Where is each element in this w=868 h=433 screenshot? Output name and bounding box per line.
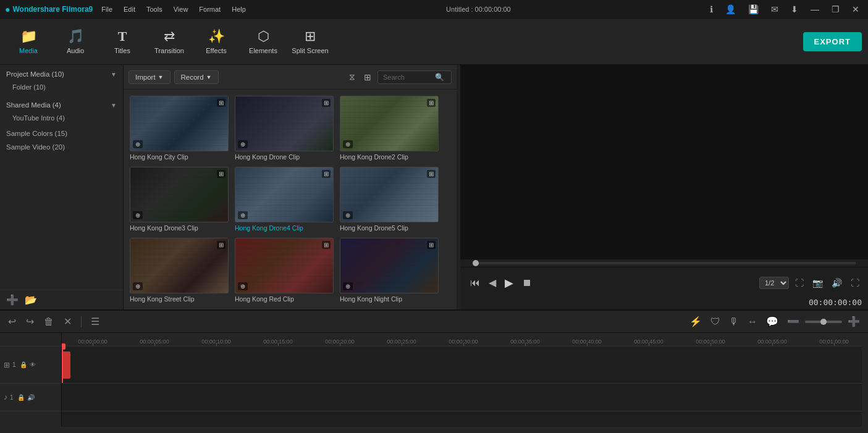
sidebar-group-project-media[interactable]: Project Media (10) ▼ [0, 67, 123, 81]
preview-scrubber[interactable] [473, 262, 856, 264]
media-thumb-hk-city[interactable]: ⊞⊕Hong Kong City Clip [130, 96, 229, 161]
menu-edit[interactable]: Edit [119, 4, 140, 14]
export-button[interactable]: EXPORT [803, 32, 862, 51]
menu-view[interactable]: View [169, 4, 193, 14]
add-media-btn[interactable]: ➕ [6, 294, 19, 306]
search-input[interactable] [383, 74, 432, 81]
timeline-tracks[interactable]: 00:00:00:0000:00:05:0000:00:10:0000:00:1… [62, 333, 862, 427]
save-icon[interactable]: 💾 [744, 3, 762, 15]
import-btn[interactable]: Import ▼ [129, 70, 171, 84]
timeline-bottom-scrollbar[interactable] [0, 427, 868, 433]
open-folder-btn[interactable]: 📂 [25, 294, 37, 306]
record-btn[interactable]: Record ▼ [174, 70, 219, 84]
sidebar-item-sample-video[interactable]: Sample Video (20) [0, 140, 123, 154]
timecode-display: 00:00:00:00 [809, 298, 862, 307]
zoom-out-btn[interactable]: ➖ [784, 314, 803, 329]
info-icon[interactable]: ℹ [706, 3, 717, 15]
sidebar-group-shared-media[interactable]: Shared Media (4) ▼ [0, 98, 123, 112]
volume-icon[interactable]: 🔊 [829, 277, 845, 289]
sidebar-item-youtube-intro[interactable]: YouTube Intro (4) [0, 112, 123, 124]
menu-file[interactable]: File [96, 4, 117, 14]
snapshot-icon[interactable]: 📷 [810, 277, 825, 289]
cut-btn[interactable]: ✕ [61, 314, 75, 329]
voiceover-btn[interactable]: 🎙 [726, 315, 742, 329]
audio-track-row[interactable] [62, 384, 862, 411]
clip-block[interactable] [62, 351, 70, 379]
thumb-grid-overlay-hk-street: ⊞ [217, 241, 225, 249]
media-thumb-hk-drone2[interactable]: ⊞⊕Hong Kong Drone2 Clip [340, 96, 439, 161]
fullscreen-preview-icon[interactable]: ⛶ [793, 277, 806, 289]
adjust-btn[interactable]: ☰ [88, 314, 103, 329]
menu-format[interactable]: Format [194, 4, 225, 14]
sidebar-item-sample-colors[interactable]: Sample Colors (15) [0, 127, 123, 140]
audio-mute-icon[interactable]: 🔊 [27, 394, 35, 401]
thumb-add-icon-hk-street[interactable]: ⊕ [133, 282, 143, 290]
minimize-btn[interactable]: — [807, 3, 823, 15]
thumb-label-hk-night: Hong Kong Night Clip [340, 295, 439, 303]
tool-titles[interactable]: T Titles [100, 22, 145, 61]
media-thumb-hk-street[interactable]: ⊞⊕Hong Kong Street Clip [130, 238, 229, 303]
timeline-ruler[interactable]: 00:00:00:0000:00:05:0000:00:10:0000:00:1… [62, 333, 862, 347]
video-track-row[interactable] [62, 347, 862, 384]
menu-tools[interactable]: Tools [141, 4, 167, 14]
media-thumb-hk-drone5[interactable]: ⊞⊕Hong Kong Drone5 Clip [340, 167, 439, 232]
color-btn[interactable]: 🛡 [707, 315, 723, 329]
thumb-add-icon-hk-drone4[interactable]: ⊕ [238, 211, 248, 219]
playhead[interactable] [62, 347, 63, 383]
split-btn[interactable]: ↔ [744, 315, 761, 329]
scrubber-thumb[interactable] [473, 260, 479, 266]
thumb-label-hk-city: Hong Kong City Clip [130, 153, 229, 161]
ruler-mark-3: 00:00:15:00 [247, 338, 309, 346]
filter-icon[interactable]: ⧖ [347, 70, 358, 83]
thumb-add-icon-hk-drone5[interactable]: ⊕ [343, 211, 353, 219]
thumb-grid-overlay-hk-red: ⊞ [322, 241, 331, 249]
tool-audio[interactable]: 🎵 Audio [53, 22, 98, 61]
tool-effects[interactable]: ✨ Effects [194, 22, 238, 61]
undo-btn[interactable]: ↩ [5, 314, 19, 329]
text-btn[interactable]: 💬 [763, 314, 782, 329]
user-icon[interactable]: 👤 [722, 3, 739, 15]
thumb-add-icon-hk-city[interactable]: ⊕ [133, 140, 143, 148]
tool-transition[interactable]: ⇄ Transition [147, 22, 192, 61]
media-thumb-hk-red[interactable]: ⊞⊕Hong Kong Red Clip [235, 238, 334, 303]
step-back-btn[interactable]: ◀ [485, 275, 500, 290]
delete-btn[interactable]: 🗑 [41, 315, 57, 329]
zoom-in-btn[interactable]: ➕ [845, 314, 863, 329]
download-icon[interactable]: ⬇ [787, 3, 802, 15]
media-thumb-hk-drone[interactable]: ⊞⊕Hong Kong Drone Clip [235, 96, 334, 161]
zoom-slider-thumb[interactable] [820, 319, 827, 325]
timeline-right-scrollbar[interactable] [862, 333, 868, 427]
tool-media[interactable]: 📁 Media [6, 22, 51, 61]
eye-icon[interactable]: 👁 [30, 361, 36, 368]
mail-icon[interactable]: ✉ [767, 3, 782, 15]
zoom-select[interactable]: 1/2 1/4 1/8 Full [759, 277, 789, 289]
thumb-add-icon-hk-drone[interactable]: ⊕ [238, 140, 248, 148]
zoom-slider[interactable] [805, 321, 842, 323]
ruler-mark-5: 00:00:25:00 [371, 338, 432, 346]
thumb-add-icon-hk-red[interactable]: ⊕ [238, 282, 248, 290]
restore-btn[interactable]: ❐ [828, 3, 843, 15]
tool-splitscreen[interactable]: ⊞ Split Screen [288, 22, 332, 61]
thumb-img-hk-drone: ⊞⊕ [235, 96, 334, 151]
lock-icon[interactable]: 🔒 [20, 361, 27, 368]
menu-help[interactable]: Help [227, 4, 251, 14]
thumb-add-icon-hk-night[interactable]: ⊕ [343, 282, 353, 290]
media-thumb-hk-drone4[interactable]: ⊞⊕Hong Kong Drone4 Clip [235, 167, 334, 232]
audio-lock-icon[interactable]: 🔒 [17, 394, 25, 401]
redo-btn[interactable]: ↪ [23, 314, 37, 329]
media-thumb-hk-night[interactable]: ⊞⊕Hong Kong Night Clip [340, 238, 439, 303]
close-btn[interactable]: ✕ [848, 3, 863, 15]
play-btn[interactable]: ▶ [501, 274, 517, 292]
tool-elements[interactable]: ⬡ Elements [241, 22, 285, 61]
timeline-right-controls: ⚡ 🛡 🎙 ↔ 💬 ➖ ➕ [686, 314, 863, 329]
grid-icon[interactable]: ⊞ [361, 71, 374, 83]
media-thumb-hk-drone3[interactable]: ⊞⊕Hong Kong Drone3 Clip [130, 167, 229, 232]
sidebar-item-folder[interactable]: Folder (10) [0, 81, 123, 93]
speed-btn[interactable]: ⚡ [686, 314, 705, 329]
thumb-add-icon-hk-drone2[interactable]: ⊕ [343, 140, 353, 148]
thumb-add-icon-hk-drone3[interactable]: ⊕ [133, 211, 143, 219]
ruler-mark-4: 00:00:20:00 [309, 338, 371, 346]
prev-frame-btn[interactable]: ⏮ [466, 275, 484, 290]
stop-btn[interactable]: ⏹ [518, 275, 536, 290]
expand-icon[interactable]: ⛶ [848, 277, 862, 289]
